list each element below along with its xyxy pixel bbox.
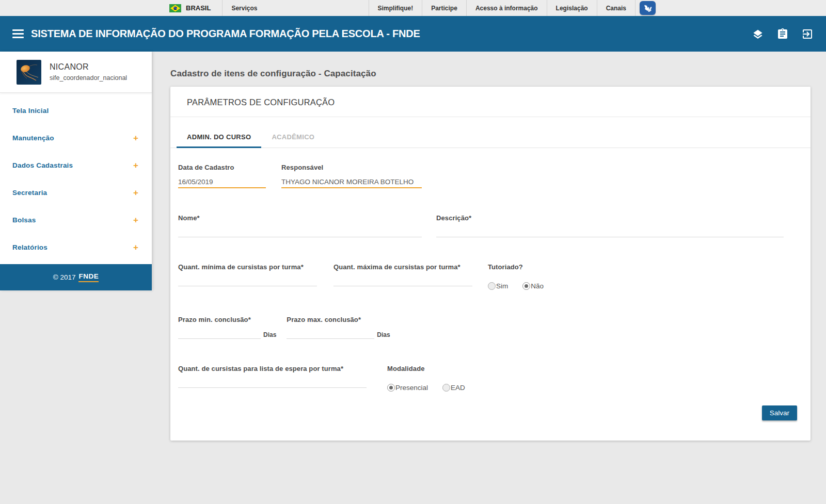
gov-link-simplifique[interactable]: Simplifique! [369,0,422,16]
prazo-max-input[interactable] [287,328,374,339]
descricao-label: Descrição* [436,214,784,222]
tutoriado-option-sim[interactable]: Sim [488,282,508,290]
dias-suffix: Dias [374,331,390,339]
tab-academico[interactable]: ACADÊMICO [261,133,325,148]
gov-brand-label: BRASIL [186,4,211,12]
modalidade-option-ead[interactable]: EAD [442,384,465,392]
expand-plus-icon: + [133,216,138,224]
menu-hamburger-icon[interactable] [12,29,24,38]
clipboard-icon[interactable] [776,28,789,40]
lista-espera-label: Quant. de cursistas para lista de espera… [178,365,367,372]
user-name: NICANOR [50,62,127,72]
tutoriado-radio-group: Sim Não [488,282,544,290]
dias-suffix: Dias [261,331,276,339]
gov-bar: BRASIL Serviços Simplifique! Participe A… [0,0,826,16]
config-card: PARÂMETROS DE CONFIGURAÇÃO ADMIN. DO CUR… [170,87,811,441]
sidebar-item-relatorios[interactable]: Relatórios + [0,234,152,261]
sidebar-item-secretaria[interactable]: Secretaria + [0,179,152,206]
divider [170,117,811,117]
tutoriado-option-nao[interactable]: Não [522,282,544,290]
user-panel: NICANOR sife_coordenador_nacional [0,52,152,93]
qt-minima-label: Quant. mínima de cursistas por turma* [178,263,317,271]
sidebar-item-bolsas[interactable]: Bolsas + [0,206,152,234]
sidebar-footer: © 2017 FNDE [0,264,152,290]
user-role: sife_coordenador_nacional [50,74,127,82]
avatar [17,60,41,85]
expand-plus-icon: + [133,243,138,252]
modalidade-label: Modalidade [387,365,465,372]
fnde-footer-link[interactable]: FNDE [78,272,99,282]
descricao-input[interactable] [436,226,784,237]
radio-checked-icon [387,384,395,392]
page-title: Cadastro de itens de configuração - Capa… [170,69,811,79]
vlibras-hands-icon [643,4,653,13]
qt-minima-input[interactable] [178,275,317,286]
gov-link-participe[interactable]: Participe [422,0,466,16]
expand-plus-icon: + [133,188,138,197]
radio-unchecked-icon [442,384,450,392]
copyright-text: © 2017 [53,273,76,281]
layers-icon[interactable] [752,28,764,40]
prazo-min-label: Prazo min. conclusão* [178,316,261,323]
tab-bar: ADMIN. DO CURSO ACADÊMICO [170,133,811,148]
card-title: PARÂMETROS DE CONFIGURAÇÃO [170,87,811,117]
qt-maxima-input[interactable] [333,275,472,286]
tutoriado-label: Tutoriado? [488,263,544,271]
gov-link-servicos[interactable]: Serviços [223,0,266,16]
responsavel-value: THYAGO NICANOR MOREIRA BOTELHO [281,176,422,188]
expand-plus-icon: + [133,134,138,142]
config-form: Data de Cadastro 16/05/2019 Responsável … [170,148,811,392]
data-cadastro-label: Data de Cadastro [178,164,266,171]
lista-espera-input[interactable] [178,377,367,388]
radio-unchecked-icon [488,282,496,290]
radio-checked-icon [522,282,530,290]
sidebar-item-tela-inicial[interactable]: Tela Inicial [0,97,152,124]
save-button[interactable]: Salvar [762,405,797,420]
expand-plus-icon: + [133,161,138,170]
main-content: Cadastro de itens de configuração - Capa… [152,52,826,441]
modalidade-option-presencial[interactable]: Presencial [387,384,428,392]
nome-input[interactable] [178,226,422,237]
qt-maxima-label: Quant. máxima de cursistas por turma* [333,263,472,271]
sidebar-item-dados-cadastrais[interactable]: Dados Cadastrais + [0,152,152,179]
tab-admin-do-curso[interactable]: ADMIN. DO CURSO [177,133,261,148]
prazo-max-label: Prazo max. conclusão* [287,316,374,323]
sidebar-menu: Tela Inicial Manutenção + Dados Cadastra… [0,93,152,264]
gov-brand-brasil[interactable]: BRASIL [168,0,222,16]
sidebar: NICANOR sife_coordenador_nacional Tela I… [0,52,152,290]
app-title: SISTEMA DE INFORMAÇÃO DO PROGRAMA FORMAÇ… [31,28,420,40]
gov-link-legislacao[interactable]: Legislação [547,0,597,16]
sidebar-item-manutencao[interactable]: Manutenção + [0,124,152,152]
gov-link-acesso-informacao[interactable]: Acesso à informação [467,0,547,16]
prazo-min-input[interactable] [178,328,261,339]
brazil-flag-icon [169,4,181,12]
vlibras-accessibility-button[interactable] [640,1,656,15]
data-cadastro-value: 16/05/2019 [178,176,266,188]
app-header: SISTEMA DE INFORMAÇÃO DO PROGRAMA FORMAÇ… [0,16,826,52]
responsavel-label: Responsável [281,164,422,171]
gov-link-canais[interactable]: Canais [597,0,635,16]
nome-label: Nome* [178,214,422,222]
logout-icon[interactable] [801,28,814,40]
modalidade-radio-group: Presencial EAD [387,384,465,392]
